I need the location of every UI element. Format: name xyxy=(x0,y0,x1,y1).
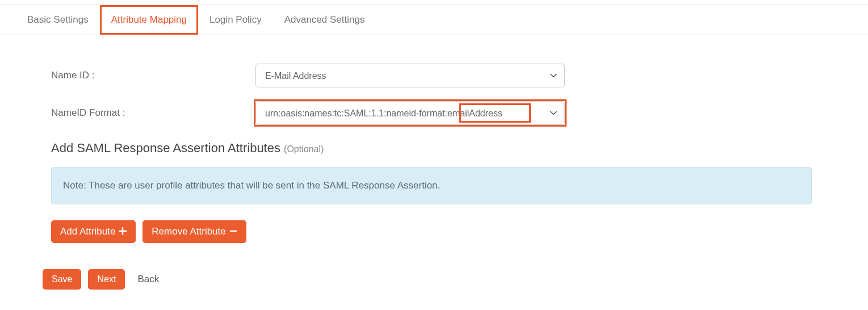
section-title-text: Add SAML Response Assertion Attributes xyxy=(51,141,284,155)
nameid-select-wrapper: E-Mail Address xyxy=(255,64,565,87)
next-button[interactable]: Next xyxy=(88,269,125,290)
nameid-format-row: NameID Format : urn:oasis:names:tc:SAML:… xyxy=(51,101,812,125)
note-box: Note: These are user profile attributes … xyxy=(51,167,812,204)
nameid-row: Name ID : E-Mail Address xyxy=(51,64,812,87)
add-attribute-label: Add Attribute xyxy=(60,226,115,237)
action-buttons: Save Next Back xyxy=(43,269,812,290)
nameid-format-label: NameID Format : xyxy=(51,107,255,119)
content: Name ID : E-Mail Address NameID Format :… xyxy=(0,35,852,301)
remove-attribute-button[interactable]: Remove Attribute xyxy=(142,220,246,243)
tab-advanced-settings[interactable]: Advanced Settings xyxy=(273,5,376,35)
nameid-select[interactable]: E-Mail Address xyxy=(255,64,565,87)
minus-icon xyxy=(229,227,237,237)
tabs: Basic Settings Attribute Mapping Login P… xyxy=(0,5,868,35)
section-optional: (Optional) xyxy=(284,144,324,154)
nameid-format-select-wrapper: urn:oasis:names:tc:SAML:1.1:nameid-forma… xyxy=(255,101,565,125)
add-attribute-button[interactable]: Add Attribute xyxy=(51,220,136,243)
plus-icon xyxy=(119,227,127,237)
attribute-buttons: Add Attribute Remove Attribute xyxy=(51,220,812,243)
back-link[interactable]: Back xyxy=(132,274,159,285)
nameid-format-select[interactable]: urn:oasis:names:tc:SAML:1.1:nameid-forma… xyxy=(255,101,565,125)
tab-login-policy[interactable]: Login Policy xyxy=(198,5,273,35)
tab-basic-settings[interactable]: Basic Settings xyxy=(16,5,100,35)
nameid-label: Name ID : xyxy=(51,70,255,81)
save-button[interactable]: Save xyxy=(43,269,81,290)
tab-attribute-mapping[interactable]: Attribute Mapping xyxy=(100,5,198,35)
section-title: Add SAML Response Assertion Attributes (… xyxy=(51,141,812,156)
remove-attribute-label: Remove Attribute xyxy=(152,226,225,237)
